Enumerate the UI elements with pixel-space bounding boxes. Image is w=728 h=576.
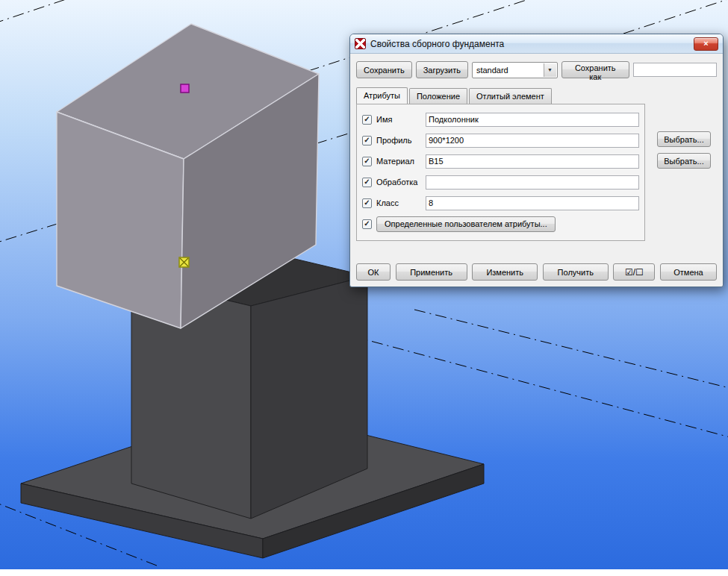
profile-checkbox[interactable]: ✓ <box>362 136 372 145</box>
handle-top[interactable] <box>181 84 189 93</box>
tab-area: Атрибуты Положение Отлитый элемент ✓ Имя… <box>356 87 717 241</box>
profile-label: Профиль <box>376 136 426 145</box>
cancel-button[interactable]: Отмена <box>660 263 717 281</box>
app-icon <box>355 38 366 49</box>
class-input[interactable] <box>426 196 639 210</box>
name-label: Имя <box>376 115 426 124</box>
attributes-panel: ✓ Имя ✓ Профиль ✓ Материал <box>356 104 645 241</box>
uda-checkbox[interactable]: ✓ <box>362 219 372 229</box>
tab-position[interactable]: Положение <box>409 88 467 104</box>
grid-line[interactable] <box>623 0 728 34</box>
get-button[interactable]: Получить <box>543 263 609 281</box>
grid-line[interactable] <box>414 310 728 389</box>
name-checkbox[interactable]: ✓ <box>362 115 372 125</box>
chevron-down-icon[interactable]: ▼ <box>544 63 556 77</box>
finish-label: Обработка <box>376 178 426 187</box>
dialog-footer: ОК Применить Изменить Получить ☑/☐ Отмен… <box>356 263 717 281</box>
field-row-profile: ✓ Профиль <box>362 133 639 148</box>
material-checkbox[interactable]: ✓ <box>362 157 372 166</box>
field-row-name: ✓ Имя <box>362 112 639 127</box>
user-attributes-button[interactable]: Определенные пользователем атрибуты... <box>376 216 556 232</box>
toggle-all-checkboxes-button[interactable]: ☑/☐ <box>613 263 655 281</box>
save-as-input[interactable] <box>633 63 717 77</box>
material-input[interactable] <box>426 154 639 169</box>
field-row-class: ✓ Класс <box>362 195 639 210</box>
finish-input[interactable] <box>426 175 639 190</box>
dialog-titlebar[interactable]: Свойства сборного фундамента × <box>350 34 723 54</box>
class-label: Класс <box>376 198 426 207</box>
precast-foundation-properties-dialog: Свойства сборного фундамента × Сохранить… <box>349 34 724 287</box>
preset-value: standard <box>476 66 508 75</box>
select-profile-button[interactable]: Выбрать... <box>657 131 711 147</box>
dialog-body: Сохранить Загрузить standard ▼ Сохранить… <box>350 54 723 287</box>
close-icon: × <box>703 39 708 48</box>
close-button[interactable]: × <box>694 37 718 51</box>
handle-front[interactable] <box>179 257 189 267</box>
grid-line[interactable] <box>351 336 728 439</box>
tab-bar: Атрибуты Положение Отлитый элемент <box>356 87 717 104</box>
field-row-uda: ✓ Определенные пользователем атрибуты... <box>362 216 639 231</box>
preset-toolbar: Сохранить Загрузить standard ▼ Сохранить… <box>356 61 717 78</box>
ok-button[interactable]: ОК <box>356 263 391 281</box>
grid-line[interactable] <box>0 0 119 24</box>
modify-button[interactable]: Изменить <box>472 263 538 281</box>
window-bottom-edge <box>0 569 728 576</box>
material-label: Материал <box>376 157 426 166</box>
select-material-button[interactable]: Выбрать... <box>657 153 711 169</box>
class-checkbox[interactable]: ✓ <box>362 198 372 208</box>
field-row-material: ✓ Материал <box>362 154 639 169</box>
model-viewport: Свойства сборного фундамента × Сохранить… <box>0 0 728 576</box>
name-input[interactable] <box>426 113 639 127</box>
apply-button[interactable]: Применить <box>396 263 467 281</box>
load-button[interactable]: Загрузить <box>416 61 468 78</box>
tab-attributes[interactable]: Атрибуты <box>356 87 408 104</box>
finish-checkbox[interactable]: ✓ <box>362 178 372 187</box>
dialog-title: Свойства сборного фундамента <box>370 39 504 49</box>
tab-cast-unit[interactable]: Отлитый элемент <box>469 88 552 104</box>
profile-input[interactable] <box>426 134 639 148</box>
preset-combobox[interactable]: standard ▼ <box>472 62 558 78</box>
field-row-finish: ✓ Обработка <box>362 175 639 190</box>
save-button[interactable]: Сохранить <box>356 61 412 78</box>
save-as-button[interactable]: Сохранить как <box>561 61 629 78</box>
